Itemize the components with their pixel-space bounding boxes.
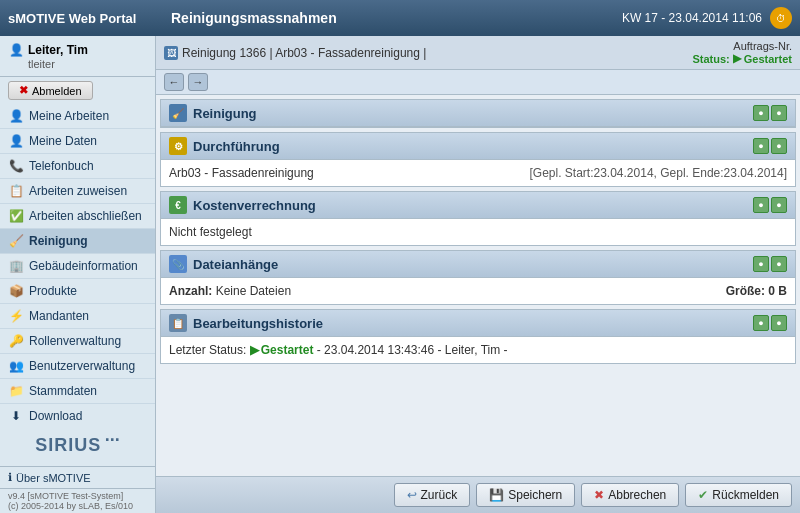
datei-groesse-value: 0 B [768,284,787,298]
status-value: Gestartet [744,53,792,65]
zuruck-button[interactable]: ↩ Zurück [394,483,471,507]
main-layout: 👤 Leiter, Tim tleiter ✖ Abmelden 👤Meine … [0,36,800,513]
section-durchfuehrung: ⚙ Durchführung ● ● Arb03 - Fassadenreini… [160,132,796,187]
hist-prefix: Letzter Status: [169,343,246,357]
section-reinigung-label: Reinigung [193,106,257,121]
sidebar-item-gebaeudeinformation[interactable]: 🏢Gebäudeinformation [0,254,155,279]
sidebar-item-arbeiten-abschliessen[interactable]: ✅Arbeiten abschließen [0,204,155,229]
nav-icon-meine-arbeiten: 👤 [8,108,24,124]
section-hist-body: Letzter Status: ▶ Gestartet - 23.04.2014… [161,337,795,363]
section-hist-title: 📋 Bearbeitungshistorie [169,314,323,332]
nav-icon-gebaeudeinformation: 🏢 [8,258,24,274]
bottom-bar: ↩ Zurück 💾 Speichern ✖ Abbrechen ✔ Rückm… [156,476,800,513]
nav-label-meine-daten: Meine Daten [29,134,97,148]
header-right: KW 17 - 23.04.2014 11:06 ⏱ [622,7,792,29]
section-durchfuehrung-btn1[interactable]: ● [753,138,769,154]
ruckmelden-label: Rückmelden [712,488,779,502]
sidebar-item-mandanten[interactable]: ⚡Mandanten [0,304,155,329]
hist-status: ▶ Gestartet [250,343,314,357]
nav-label-rollenverwaltung: Rollenverwaltung [29,334,121,348]
section-datei-btn2[interactable]: ● [771,256,787,272]
section-durchfuehrung-title: ⚙ Durchführung [169,137,280,155]
version-info: v9.4 [sMOTIVE Test-System] (c) 2005-2014… [0,488,155,513]
cancel-icon: ✖ [594,488,604,502]
nav-label-reinigung: Reinigung [29,234,88,248]
section-datei-btn1[interactable]: ● [753,256,769,272]
breadcrumb-text: Reinigung 1366 | Arb03 - Fassadenreinigu… [182,46,426,60]
main-header: 🖼 Reinigung 1366 | Arb03 - Fassadenreini… [156,36,800,70]
abbrechen-button[interactable]: ✖ Abbrechen [581,483,679,507]
dateianhange-icon: 📎 [169,255,187,273]
nav-forward-arrow[interactable]: → [188,73,208,91]
nav-label-mandanten: Mandanten [29,309,89,323]
section-hist-btn2[interactable]: ● [771,315,787,331]
user-sub: tleiter [8,58,147,70]
sidebar-item-benutzerverwaltung[interactable]: 👥Benutzerverwaltung [0,354,155,379]
section-kosten-btn2[interactable]: ● [771,197,787,213]
nav-icon-arbeiten-zuweisen: 📋 [8,183,24,199]
speichern-button[interactable]: 💾 Speichern [476,483,575,507]
datei-right: Größe: 0 B [726,284,787,298]
sidebar-item-stammdaten[interactable]: 📁Stammdaten [0,379,155,404]
section-hist-btn1[interactable]: ● [753,315,769,331]
nav-icon-download: ⬇ [8,408,24,420]
nav-label-benutzerverwaltung: Benutzerverwaltung [29,359,135,373]
logout-button[interactable]: ✖ Abmelden [8,81,93,100]
version-text: v9.4 [sMOTIVE Test-System] [8,491,147,501]
section-dateianhange-header: 📎 Dateianhänge ● ● [161,251,795,278]
sidebar-item-meine-arbeiten[interactable]: 👤Meine Arbeiten [0,104,155,129]
reply-icon: ✔ [698,488,708,502]
section-reinigung-btn1[interactable]: ● [753,105,769,121]
datei-left: Anzahl: Keine Dateien [169,284,291,298]
sidebar-item-rollenverwaltung[interactable]: 🔑Rollenverwaltung [0,329,155,354]
sidebar-item-download[interactable]: ⬇Download [0,404,155,420]
section-icon-sm: 🖼 [164,46,178,60]
section-kostenverrechnung-header: € Kostenverrechnung ● ● [161,192,795,219]
status-label: Status: [692,53,729,65]
sidebar-item-telefonbuch[interactable]: 📞Telefonbuch [0,154,155,179]
main-content-area: 🖼 Reinigung 1366 | Arb03 - Fassadenreini… [156,36,800,513]
sidebar-item-produkte[interactable]: 📦Produkte [0,279,155,304]
nav-label-arbeiten-abschliessen: Arbeiten abschließen [29,209,142,223]
info-icon: ℹ [8,471,12,484]
nav-icon-produkte: 📦 [8,283,24,299]
nav-label-telefonbuch: Telefonbuch [29,159,94,173]
ruckmelden-button[interactable]: ✔ Rückmelden [685,483,792,507]
section-kostenverrechnung-controls: ● ● [753,197,787,213]
durchfuehrung-icon: ⚙ [169,137,187,155]
nav-icon-telefonbuch: 📞 [8,158,24,174]
sirius-dots: ∙∙∙ [105,430,120,450]
reinigung-icon: 🧹 [169,104,187,122]
section-reinigung-btn2[interactable]: ● [771,105,787,121]
nav-icon-benutzerverwaltung: 👥 [8,358,24,374]
sidebar: 👤 Leiter, Tim tleiter ✖ Abmelden 👤Meine … [0,36,156,513]
section-kosten-btn1[interactable]: ● [753,197,769,213]
datei-anzahl-label: Anzahl: [169,284,216,298]
hist-suffix: - 23.04.2014 13:43:46 - Leiter, Tim - [317,343,508,357]
section-dateianhange: 📎 Dateianhänge ● ● Anzahl: Keine Dateien [160,250,796,305]
x-icon: ✖ [19,84,28,97]
section-hist-label: Bearbeitungshistorie [193,316,323,331]
section-hist-header: 📋 Bearbeitungshistorie ● ● [161,310,795,337]
section-kostenverrechnung: € Kostenverrechnung ● ● Nicht festgelegt [160,191,796,246]
section-durchfuehrung-controls: ● ● [753,138,787,154]
order-info: Auftrags-Nr. Status: ▶ Gestartet [692,40,792,65]
durchfuehrung-right: [Gepl. Start:23.04.2014, Gepl. Ende:23.0… [529,166,787,180]
nav-label-meine-arbeiten: Meine Arbeiten [29,109,109,123]
sirius-logo-text: SIRIUS [35,435,101,455]
about-link[interactable]: ℹ Über sMOTIVE [0,466,155,488]
hist-play-icon: ▶ [250,343,259,357]
section-dateianhange-label: Dateianhänge [193,257,278,272]
sidebar-item-reinigung[interactable]: 🧹Reinigung [0,229,155,254]
nav-back-arrow[interactable]: ← [164,73,184,91]
order-label: Auftrags-Nr. [692,40,792,52]
logout-label: Abmelden [32,85,82,97]
sidebar-item-meine-daten[interactable]: 👤Meine Daten [0,129,155,154]
sidebar-item-arbeiten-zuweisen[interactable]: 📋Arbeiten zuweisen [0,179,155,204]
nav-label-arbeiten-zuweisen: Arbeiten zuweisen [29,184,127,198]
sidebar-logo-area: SIRIUS ∙∙∙ [0,420,155,466]
section-reinigung-title: 🧹 Reinigung [169,104,257,122]
section-durchfuehrung-btn2[interactable]: ● [771,138,787,154]
hist-icon: 📋 [169,314,187,332]
main-nav-arrows: ← → [156,70,800,95]
